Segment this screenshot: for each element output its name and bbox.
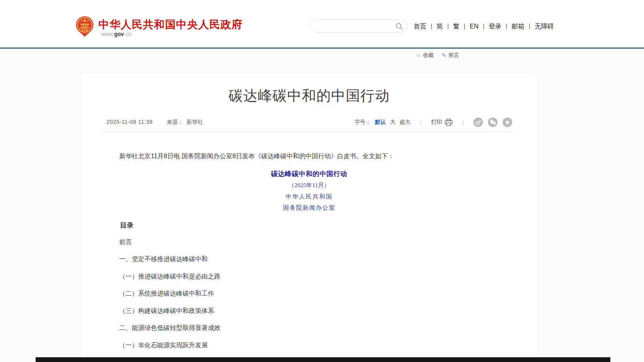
page: 中华人民共和国中央人民政府 www.gov.cn 首页 简 繁 EN 登录 邮箱… xyxy=(0,0,644,362)
article-card: 碳达峰碳中和的中国行动 2025-11-08 11:39 来源：新华社 字号： … xyxy=(80,72,538,362)
print-button[interactable]: 打印 xyxy=(431,119,453,126)
star-outline-icon: ☆ xyxy=(416,52,421,59)
nav-english[interactable]: EN xyxy=(470,23,489,30)
printer-icon xyxy=(445,119,453,126)
document-issuer-office: 国务院新闻办公室 xyxy=(81,203,538,213)
tools-divider: | xyxy=(420,119,422,126)
site-title: 中华人民共和国中央人民政府 xyxy=(99,17,243,32)
nav-traditional[interactable]: 繁 xyxy=(453,23,470,31)
toc-item-2: 二、能源绿色低碳转型取得显著成效 xyxy=(106,323,514,333)
message-label: 留言 xyxy=(448,52,459,59)
weibo-share-icon[interactable] xyxy=(473,118,483,127)
article-meta-row: 2025-11-08 11:39 来源：新华社 字号： 默认 大 超大 | 打印 xyxy=(81,117,538,127)
toc-heading: 目录 xyxy=(106,220,133,231)
message-button[interactable]: ✎ 留言 xyxy=(441,52,459,59)
fontsize-xlarge-button[interactable]: 超大 xyxy=(399,119,410,126)
search-box[interactable] xyxy=(310,19,408,32)
nav-simplified[interactable]: 简 xyxy=(437,23,453,31)
fontsize-default-button[interactable]: 默认 xyxy=(375,119,386,126)
source-value: 新华社 xyxy=(186,119,203,125)
url-prefix: www. xyxy=(101,31,114,37)
publish-date: 2025-11-08 11:39 xyxy=(106,119,152,125)
more-share-icon[interactable] xyxy=(503,118,512,127)
fontsize-large-button[interactable]: 大 xyxy=(390,119,395,126)
nav-home[interactable]: 首页 xyxy=(414,23,437,31)
search-input[interactable] xyxy=(317,21,392,31)
pencil-icon: ✎ xyxy=(441,52,446,59)
source-label: 来源： xyxy=(167,119,183,125)
wechat-share-icon[interactable] xyxy=(488,118,498,127)
national-emblem-logo xyxy=(75,15,94,37)
toc-item-1: 一、坚定不移推进碳达峰碳中和 xyxy=(106,254,514,264)
nav-login[interactable]: 登录 xyxy=(489,23,512,31)
document-issuer-country: 中华人民共和国 xyxy=(81,191,538,202)
top-nav: 首页 简 繁 EN 登录 邮箱 无障碍 xyxy=(414,21,554,32)
share-icons xyxy=(473,118,512,127)
nav-accessibility[interactable]: 无障碍 xyxy=(535,23,554,31)
toc-item-preface: 前言 xyxy=(106,237,514,247)
page-actions: ☆ 收藏 ✎ 留言 xyxy=(416,52,459,59)
bottom-edge-bar xyxy=(36,357,610,362)
tools-divider: | xyxy=(462,119,464,126)
url-suffix: .cn xyxy=(124,31,131,37)
toc-item-1-1: （一）推进碳达峰碳中和是必由之路 xyxy=(106,271,514,282)
toc-item-1-3: （三）构建碳达峰碳中和政策体系 xyxy=(106,306,514,316)
fontsize-label: 字号： xyxy=(354,119,371,126)
favorite-button[interactable]: ☆ 收藏 xyxy=(416,52,433,59)
document-title: 碳达峰碳中和的中国行动 xyxy=(81,169,538,179)
meta-separator xyxy=(101,131,514,132)
document-date: （2025年11月） xyxy=(81,180,538,190)
toc-item-2-1: （一）非化石能源实现跃升发展 xyxy=(106,340,514,351)
search-icon[interactable] xyxy=(395,22,403,30)
favorite-label: 收藏 xyxy=(423,52,433,59)
print-label: 打印 xyxy=(431,119,442,126)
url-domain: gov xyxy=(114,31,124,37)
nav-mail[interactable]: 邮箱 xyxy=(512,23,535,31)
toc-item-1-2: （二）系统推进碳达峰碳中和工作 xyxy=(106,288,514,299)
article-tools: 字号： 默认 大 超大 | 打印 | xyxy=(354,117,512,127)
site-url: www.gov.cn xyxy=(101,31,131,37)
source: 来源：新华社 xyxy=(167,119,203,126)
article-title: 碳达峰碳中和的中国行动 xyxy=(81,87,538,104)
site-header: 中华人民共和国中央人民政府 www.gov.cn 首页 简 繁 EN 登录 邮箱… xyxy=(0,0,644,47)
article-intro: 新华社北京11月8日电 国务院新闻办公室8日发布《碳达峰碳中和的中国行动》白皮书… xyxy=(106,151,514,161)
